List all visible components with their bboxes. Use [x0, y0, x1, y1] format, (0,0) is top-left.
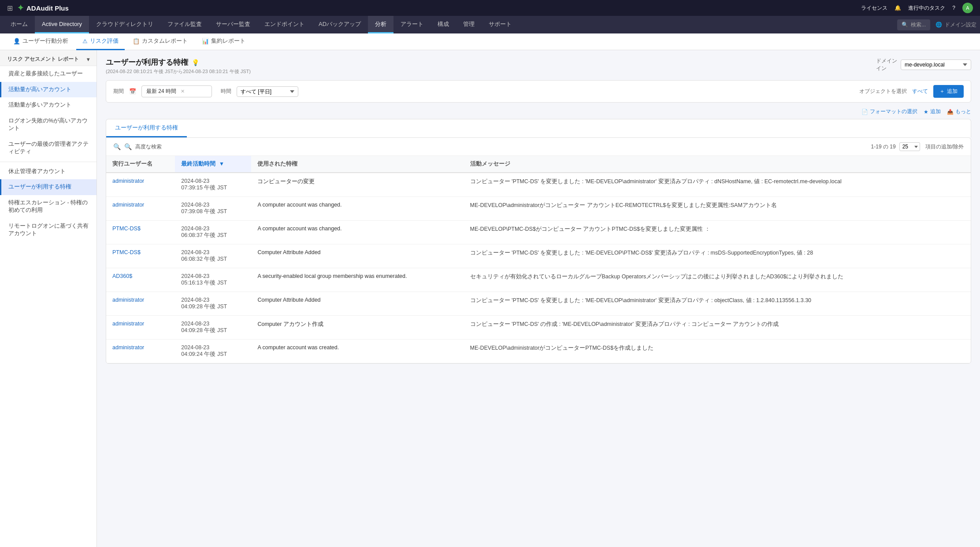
topbar-left: ⊞ ✦ ADAudit Plus [7, 3, 69, 13]
table-search-row: 🔍 🔍 高度な検索 [113, 143, 162, 151]
cell-user: PTMC-DS$ [106, 221, 175, 244]
tasks-link[interactable]: 進行中のタスク [908, 4, 945, 12]
cell-privilege: A computer account was changed. [251, 221, 464, 244]
nav-home[interactable]: ホーム [4, 16, 35, 33]
col-manage-link[interactable]: 項目の追加/除外 [925, 143, 964, 151]
calendar-icon: 📅 [129, 88, 136, 95]
subnav-risk-eval-label: リスク評価 [90, 37, 119, 45]
tab-bar: ユーザーが利用する特権 [106, 119, 971, 137]
domain-select[interactable]: me-develop.local [901, 59, 971, 70]
sidebar-item-privilege-escalation[interactable]: 特権エスカレーション - 特権の初めての利用 [0, 195, 97, 218]
col-time[interactable]: 最終活動時間 ▼ [175, 156, 251, 173]
cell-user: PTMC-DS$ [106, 244, 175, 268]
adv-search-icon[interactable]: 🔍 [124, 143, 132, 150]
topbar-right: ライセンス 🔔 進行中のタスク ? A [861, 3, 973, 13]
star-icon: ★ [924, 109, 928, 115]
main-layout: リスク アセスメント レポート ▾ 資産と最多接続したユーザー 活動量が高いアカ… [0, 50, 980, 547]
domain-label: ドメインイン [876, 57, 897, 72]
object-select-label: オブジェクトを選択 [859, 88, 907, 95]
table-right-controls: 1-19 の 19 25 50 100 項目の追加/除外 [871, 142, 964, 151]
more-label: もっと [955, 108, 971, 115]
table-row: AD360$ 2024-08-2305:16:13 午後 JST A secur… [106, 268, 971, 292]
nav-compose[interactable]: 構成 [431, 16, 456, 33]
subnav-user-behavior-label: ユーザー行動分析 [22, 37, 68, 45]
cell-time: 2024-08-2306:08:37 午後 JST [175, 221, 251, 244]
nav-ad-backup[interactable]: ADバックアップ [312, 16, 368, 33]
nav-active-directory[interactable]: Active Directory [35, 16, 89, 33]
page-header: ユーザーが利用する特権 💡 (2024-08-22 08:10:21 午後 JS… [106, 57, 971, 75]
sidebar-item-high-activity[interactable]: 活動量が高いアカウント [0, 82, 97, 98]
sidebar-item-privilege-used[interactable]: ユーザーが利用する特権 [0, 179, 97, 195]
custom-report-icon: 📋 [133, 38, 140, 44]
period-label: 期間 [113, 88, 124, 95]
time-label: 時間 [221, 88, 231, 95]
logo-icon: ✦ [17, 3, 24, 13]
search-label: 検索... [911, 21, 926, 29]
domain-setting-icon: 🌐 [935, 22, 942, 28]
cell-message: コンピューター 'PTMC-DS' を変更しました : 'ME-DEVELOP\… [464, 244, 971, 268]
sidebar-item-last-admin[interactable]: ユーザーの最後の管理者アクティビティ [0, 137, 97, 160]
license-link[interactable]: ライセンス [861, 4, 887, 12]
table-row: PTMC-DS$ 2024-08-2306:08:32 午後 JST Compu… [106, 244, 971, 268]
nav-server-audit[interactable]: サーバー監査 [209, 16, 257, 33]
sidebar-divider [0, 162, 97, 162]
nav-file-audit[interactable]: ファイル監査 [160, 16, 209, 33]
add-filter-button[interactable]: ＋ 追加 [933, 85, 964, 98]
sidebar-section-title: リスク アセスメント レポート ▾ [0, 50, 97, 66]
summary-report-icon: 📊 [202, 38, 209, 44]
add-btn-label: 追加 [947, 88, 958, 95]
table-controls: 🔍 🔍 高度な検索 1-19 の 19 25 50 100 項目の追加/除外 [106, 138, 971, 156]
nav-endpoint[interactable]: エンドポイント [257, 16, 312, 33]
cell-message: ME-DEVELOP\PTMC-DS$がコンピューター アカウントPTMC-DS… [464, 221, 971, 244]
search-icon: 🔍 [902, 22, 908, 28]
table-header-row: 実行ユーザー名 最終活動時間 ▼ 使用された特権 活動メッセージ [106, 156, 971, 173]
sidebar-item-many-activity[interactable]: 活動量が多いアカウント [0, 97, 97, 113]
time-select[interactable]: すべて [平日] 営業時間 時間外 [237, 86, 298, 97]
cell-time: 2024-08-2304:09:24 午後 JST [175, 340, 251, 363]
grid-icon[interactable]: ⊞ [7, 4, 13, 12]
topbar: ⊞ ✦ ADAudit Plus ライセンス 🔔 進行中のタスク ? A [0, 0, 980, 16]
sidebar-item-shared-account[interactable]: リモートログオンに基づく共有アカウント [0, 218, 97, 242]
bell-icon[interactable]: 🔔 [895, 5, 901, 11]
nav-management[interactable]: 管理 [456, 16, 482, 33]
page-title-text: ユーザーが利用する特権 [106, 57, 188, 67]
more-link[interactable]: 📤 もっと [947, 108, 971, 115]
nav-analysis[interactable]: 分析 [368, 16, 393, 33]
add-favorite-link[interactable]: ★ 追加 [924, 108, 941, 115]
info-icon[interactable]: 💡 [192, 59, 199, 66]
cell-time: 2024-08-2305:16:13 午後 JST [175, 268, 251, 292]
page-title-block: ユーザーが利用する特権 💡 (2024-08-22 08:10:21 午後 JS… [106, 57, 251, 75]
nav-domain-setting[interactable]: 🌐 ドメイン設定 [935, 21, 976, 29]
nav-cloud-directory[interactable]: クラウドディレクトリ [89, 16, 160, 33]
sidebar-item-most-connected[interactable]: 資産と最多接続したユーザー [0, 66, 97, 82]
date-range-picker[interactable]: 最新 24 時間 ✕ [141, 85, 212, 97]
page-size-select[interactable]: 25 50 100 [899, 142, 920, 151]
cell-time: 2024-08-2304:09:28 午後 JST [175, 292, 251, 316]
col-privilege: 使用された特権 [251, 156, 464, 173]
object-value[interactable]: すべて [912, 88, 928, 95]
subnav-custom-report[interactable]: 📋 カスタムレポート [126, 33, 194, 50]
sidebar-collapse-icon[interactable]: ▾ [87, 56, 89, 63]
subnav-user-behavior[interactable]: 👤 ユーザー行動分析 [7, 33, 74, 50]
adv-search-link[interactable]: 高度な検索 [135, 143, 162, 151]
sidebar-item-inactive-admin[interactable]: 休止管理者アカウント [0, 164, 97, 180]
date-range-clear-icon[interactable]: ✕ [181, 89, 185, 94]
subnav-custom-report-label: カスタムレポート [142, 37, 188, 45]
nav-alerts[interactable]: アラート [393, 16, 431, 33]
search-table-icon[interactable]: 🔍 [113, 143, 121, 150]
domain-selector: ドメインイン me-develop.local [876, 57, 971, 72]
nav-support[interactable]: サポート [482, 16, 519, 33]
sidebar-item-high-failure[interactable]: ログオン失敗の%が高いアカウント [0, 113, 97, 137]
nav-search[interactable]: 🔍 検索... [897, 19, 930, 30]
table-row: administrator 2024-08-2304:09:24 午後 JST … [106, 340, 971, 363]
tab-privilege-used[interactable]: ユーザーが利用する特権 [106, 119, 187, 137]
format-select-link[interactable]: 📄 フォーマットの選択 [861, 108, 917, 115]
navbar: ホーム Active Directory クラウドディレクトリ ファイル監査 サ… [0, 16, 980, 33]
cell-user: AD360$ [106, 268, 175, 292]
help-icon[interactable]: ? [952, 5, 955, 11]
subnav-risk-eval[interactable]: ⚠ リスク評価 [76, 33, 125, 50]
cell-privilege: A computer account was changed. [251, 197, 464, 221]
cell-privilege: コンピューターの変更 [251, 173, 464, 197]
user-avatar[interactable]: A [962, 3, 973, 13]
subnav-summary-report[interactable]: 📊 集約レポート [196, 33, 252, 50]
